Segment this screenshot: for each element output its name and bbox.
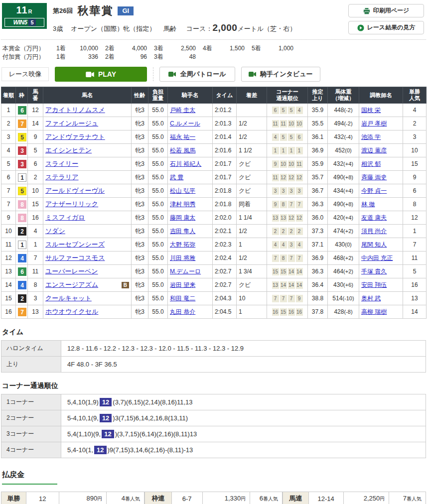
- finish-position: 13: [1, 265, 16, 278]
- trainer-link[interactable]: 岩戸 孝樹: [361, 120, 387, 127]
- horse-link[interactable]: エンスージアズム: [45, 280, 98, 289]
- horse-name-cell: ファインルージュ: [43, 117, 132, 130]
- jockey-link[interactable]: 川田 将雅: [170, 254, 195, 261]
- jockey-interview-button[interactable]: 騎手インタビュー: [241, 67, 320, 82]
- jockey-link[interactable]: 石川 裕紀人: [170, 160, 201, 167]
- sex-age: 牝3: [132, 104, 148, 117]
- trainer-link[interactable]: 須貝 尚介: [361, 228, 387, 235]
- jockey-link[interactable]: C.ルメール: [170, 120, 200, 127]
- margin: 1/2: [237, 117, 267, 130]
- frame-number: 3: [18, 160, 26, 168]
- race-header: 11R WIN5 5 第26回 秋華賞 GI 3歳オープン（国際）牝（指定）馬齢…: [1, 2, 426, 40]
- horse-link[interactable]: ミスフィガロ: [45, 213, 85, 222]
- corner-position: 14: [296, 281, 303, 289]
- carried-weight: 55.0: [148, 252, 168, 265]
- lap-row: 上り4F 48.0 - 3F 36.5: [1, 357, 426, 373]
- margin: 10: [237, 292, 267, 305]
- jockey-link[interactable]: M.デムーロ: [170, 268, 201, 275]
- horse-weight: 494(-2): [328, 117, 359, 130]
- winner-highlight: 12: [102, 430, 114, 438]
- frame-number: 6: [18, 267, 26, 276]
- horse-number: 3: [28, 292, 43, 305]
- horse-link[interactable]: アカイトリノムスメ: [45, 106, 105, 115]
- trainer-link[interactable]: 今野 貞一: [361, 187, 387, 194]
- jockey-link[interactable]: 津村 明秀: [170, 201, 195, 208]
- horse-link[interactable]: アールドヴィーヴル: [45, 186, 105, 195]
- horse-weight-diff: (+4): [343, 161, 353, 167]
- prize-row-label: 付加賞（万円）: [2, 53, 49, 61]
- horse-number: 4: [28, 225, 43, 238]
- condition-segment: オープン（国際）牝（指定）: [71, 25, 155, 32]
- horse-link[interactable]: アンドヴァラナウト: [45, 132, 105, 141]
- trainer-cell: 高柳 瑞樹: [359, 305, 403, 319]
- trainer-link[interactable]: 尾関 知人: [361, 241, 387, 248]
- trainer-link[interactable]: 渡辺 薫彦: [361, 147, 387, 154]
- trainer-link[interactable]: 国枝 栄: [361, 107, 381, 114]
- jockey-link[interactable]: 丸田 恭介: [170, 308, 195, 315]
- jockey-link[interactable]: 吉田 隼人: [170, 228, 195, 235]
- trainer-cell: 相沢 郁: [359, 157, 403, 171]
- jockey-link[interactable]: 武 豊: [170, 174, 183, 181]
- jockey-cell: 戸崎 圭太: [168, 104, 213, 117]
- result-guide-button[interactable]: レース結果の見方: [348, 21, 424, 34]
- corner-position: 15: [280, 268, 287, 275]
- horse-link[interactable]: スルーセブンシーズ: [45, 240, 105, 249]
- jockey-link[interactable]: 松山 弘平: [170, 187, 195, 194]
- patrol-video-button[interactable]: 全周パトロール: [159, 67, 235, 82]
- jockey-link[interactable]: 松若 風馬: [170, 147, 195, 154]
- play-label: PLAY: [98, 70, 116, 78]
- carried-weight: 55.0: [148, 292, 168, 305]
- jockey-link[interactable]: 大野 拓弥: [170, 241, 195, 248]
- corner-position: 14: [280, 281, 287, 289]
- horse-link[interactable]: ファインルージュ: [45, 119, 98, 128]
- corner-position: 2: [288, 228, 295, 235]
- jockey-link[interactable]: 和田 竜二: [170, 295, 195, 302]
- horse-number: 14: [28, 117, 43, 130]
- horse-weight-diff: (+4): [343, 215, 353, 221]
- jockey-cell: 松山 弘平: [168, 184, 213, 198]
- play-button[interactable]: PLAY: [55, 67, 147, 82]
- frame-cell: 4: [16, 278, 28, 292]
- jockey-link[interactable]: 岩田 望来: [170, 281, 195, 288]
- trainer-link[interactable]: 池添 学: [361, 133, 381, 140]
- prize-row: 本賞金（万円）1着10,0002着4,0003着2,5004着1,5005着1,…: [2, 44, 426, 53]
- horse-link[interactable]: ステラリア: [45, 173, 79, 182]
- last-3f: 36.9: [308, 252, 328, 265]
- trainer-link[interactable]: 相沢 郁: [361, 160, 381, 167]
- trainer-link[interactable]: 林 徹: [361, 201, 375, 208]
- print-page-button[interactable]: 印刷用ページ: [348, 4, 424, 17]
- jockey-link[interactable]: 藤岡 康太: [170, 214, 195, 221]
- jockey-link[interactable]: 戸崎 圭太: [170, 107, 195, 114]
- jockey-link[interactable]: 福永 祐一: [170, 133, 195, 140]
- trainer-link[interactable]: 安田 翔伍: [361, 281, 387, 288]
- carried-weight: 55.0: [148, 117, 168, 130]
- winner-highlight: 12: [100, 398, 112, 406]
- trainer-link[interactable]: 高柳 瑞樹: [361, 308, 387, 315]
- horse-link[interactable]: クールキャット: [45, 294, 92, 303]
- horse-weight-diff: (+8): [343, 174, 353, 180]
- result-row: 16713ホウオウイクセル牝355.0丸田 恭介2:04.51161516163…: [1, 305, 427, 319]
- horse-link[interactable]: サルファーコスモス: [45, 253, 105, 262]
- corner-positions: 6554: [267, 104, 308, 117]
- horse-weight: 428(-8): [328, 305, 359, 319]
- margin: [237, 104, 267, 117]
- horse-weight-diff: (+2): [343, 255, 353, 261]
- trainer-link[interactable]: 斉藤 崇史: [361, 174, 387, 181]
- trainer-link[interactable]: 手塚 貴久: [361, 268, 387, 275]
- trainer-link[interactable]: 奥村 武: [361, 295, 381, 302]
- margin: 1/2: [237, 252, 267, 265]
- horse-link[interactable]: ホウオウイクセル: [45, 307, 98, 316]
- horse-link[interactable]: エイシンヒテン: [45, 146, 92, 155]
- winner-highlight: 12: [94, 446, 106, 454]
- corner-positions: 3333: [267, 184, 308, 198]
- trainer-link[interactable]: 友道 康夫: [361, 214, 387, 221]
- trainer-link[interactable]: 中内田 充正: [361, 254, 393, 261]
- horse-link[interactable]: スライリー: [45, 159, 78, 168]
- finish-time: 2:02.4: [213, 252, 237, 265]
- trainer-cell: 尾関 知人: [359, 238, 403, 252]
- corner-position: 3: [280, 187, 287, 195]
- horse-link[interactable]: ソダシ: [45, 227, 65, 236]
- horse-link[interactable]: アナザーリリック: [45, 200, 98, 209]
- horse-link[interactable]: ユーバーレーベン: [45, 267, 98, 276]
- finish-position: 5: [1, 157, 16, 171]
